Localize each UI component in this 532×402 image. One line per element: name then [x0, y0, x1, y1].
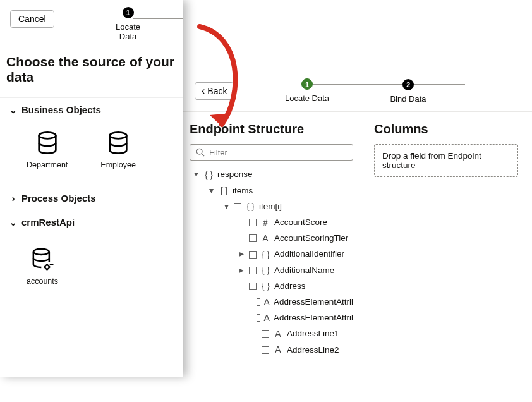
tree-node-response[interactable]: ▾ response: [190, 167, 353, 183]
tree-node[interactable]: AddressLine1: [190, 326, 353, 342]
section-crm-rest-api[interactable]: ⌄ crmRestApi: [0, 210, 183, 234]
right-panel: ‹ Back 1 Locate Data 2 Bind Data Endpoin…: [183, 70, 532, 402]
tree-node[interactable]: ▸AdditionalName: [190, 262, 353, 278]
svg-point-2: [33, 249, 49, 255]
object-type-icon: [245, 198, 255, 214]
object-type-icon: [203, 167, 214, 183]
step-2-label: Bind Data: [358, 94, 459, 104]
checkbox[interactable]: [249, 234, 257, 242]
tree-node[interactable]: AddressElementAttril: [190, 310, 353, 326]
filter-input-wrap[interactable]: [190, 144, 353, 161]
checkbox[interactable]: [234, 203, 241, 210]
node-label: AdditionalName: [274, 263, 334, 278]
step-locate-data[interactable]: 1 Locate Data: [257, 78, 358, 103]
checkbox[interactable]: [262, 346, 269, 354]
object-label: Employee: [100, 161, 136, 169]
node-label: items: [233, 183, 253, 198]
tree-node[interactable]: ▸AdditionalIdentifier: [190, 247, 353, 262]
business-objects-items: Department Employee: [0, 121, 183, 186]
string-type-icon: [264, 295, 270, 310]
stepper-line: [414, 84, 465, 85]
object-accounts[interactable]: accounts: [27, 247, 58, 286]
svg-point-3: [196, 149, 202, 154]
object-type-icon: [260, 247, 270, 262]
chevron-down-icon: ⌄: [9, 105, 18, 115]
crm-items: accounts: [0, 234, 183, 302]
tree-node[interactable]: AddressLine2: [190, 342, 353, 358]
node-label: AdditionalIdentifier: [274, 247, 344, 262]
endpoint-structure-col: Endpoint Structure ▾ response ▾ items: [183, 112, 360, 402]
right-header: ‹ Back 1 Locate Data 2 Bind Data: [183, 70, 532, 112]
left-panel: Cancel 1 Locate Data Choose the source o…: [0, 0, 183, 377]
section-label: Business Objects: [21, 104, 101, 115]
step-bind-data[interactable]: 2 Bind Data: [358, 78, 459, 104]
object-type-icon: [260, 262, 270, 278]
step-1: 1 Locate Data: [107, 6, 148, 41]
collapse-icon[interactable]: ▾: [192, 167, 200, 182]
right-body: Endpoint Structure ▾ response ▾ items: [183, 112, 532, 402]
svg-point-0: [39, 132, 56, 138]
page-title: Choose the source of your data: [6, 54, 183, 85]
node-label: AccountScoringTier: [274, 231, 348, 246]
section-label: crmRestApi: [21, 217, 75, 228]
back-button[interactable]: ‹ Back: [195, 82, 234, 100]
object-label: Department: [27, 161, 68, 169]
cancel-button[interactable]: Cancel: [10, 10, 54, 28]
svg-point-1: [110, 132, 127, 138]
step-dot-2: 2: [402, 79, 414, 90]
string-type-icon: [273, 342, 283, 358]
checkbox[interactable]: [257, 298, 260, 306]
tree-node[interactable]: AccountScore: [190, 215, 353, 231]
endpoint-title: Endpoint Structure: [190, 122, 353, 137]
object-label: accounts: [27, 277, 58, 286]
columns-title: Columns: [374, 122, 518, 137]
collapse-icon[interactable]: ▾: [222, 199, 230, 214]
checkbox[interactable]: [249, 219, 257, 226]
node-label: AccountScore: [274, 215, 327, 230]
chevron-left-icon: ‹: [202, 86, 205, 96]
svg-line-4: [202, 154, 204, 156]
node-label: AddressLine1: [287, 326, 339, 341]
array-type-icon: [219, 183, 229, 198]
checkbox[interactable]: [257, 314, 260, 322]
tree-node-items[interactable]: ▾ items: [190, 183, 353, 198]
search-icon: [195, 147, 205, 157]
collapse-icon[interactable]: ▾: [207, 183, 215, 198]
expand-icon[interactable]: ▸: [238, 247, 245, 262]
node-label: AddressElementAttril: [274, 295, 353, 310]
expand-icon[interactable]: ▸: [238, 263, 245, 278]
step-1-label: Locate Data: [257, 94, 358, 103]
step-1-dot: 1: [123, 7, 134, 18]
node-label: Address: [274, 279, 306, 294]
checkbox[interactable]: [249, 267, 257, 274]
database-icon: [106, 130, 131, 155]
number-type-icon: [260, 215, 270, 231]
section-business-objects[interactable]: ⌄ Business Objects: [0, 97, 183, 121]
tree-node[interactable]: AddressElementAttril: [190, 295, 353, 310]
step-dot-1: 1: [301, 78, 313, 90]
node-label: response: [217, 167, 253, 182]
object-employee[interactable]: Employee: [100, 130, 136, 169]
checkbox[interactable]: [249, 283, 257, 290]
node-label: AddressLine2: [287, 343, 339, 358]
chevron-down-icon: ⌄: [9, 217, 18, 228]
database-icon: [35, 130, 60, 155]
drop-target[interactable]: Drop a field from Endpoint structure: [374, 144, 518, 177]
section-process-objects[interactable]: › Process Objects: [0, 186, 183, 210]
endpoint-tree: ▾ response ▾ items ▾ item[i] AccountScor…: [190, 167, 353, 358]
step-1-label: Locate Data: [107, 22, 148, 41]
string-type-icon: [260, 231, 270, 247]
checkbox[interactable]: [262, 330, 269, 338]
tree-node[interactable]: AccountScoringTier: [190, 231, 353, 247]
database-connected-icon: [30, 247, 55, 272]
tree-node[interactable]: Address: [190, 278, 353, 294]
right-stepper: 1 Locate Data 2 Bind Data: [257, 78, 459, 104]
filter-input[interactable]: [209, 148, 348, 157]
node-label: AddressElementAttril: [274, 310, 353, 326]
object-department[interactable]: Department: [27, 130, 68, 169]
tree-node-item-i[interactable]: ▾ item[i]: [190, 198, 353, 214]
section-label: Process Objects: [21, 193, 96, 204]
string-type-icon: [264, 310, 270, 326]
checkbox[interactable]: [249, 251, 257, 259]
columns-col: Columns Drop a field from Endpoint struc…: [360, 112, 532, 402]
